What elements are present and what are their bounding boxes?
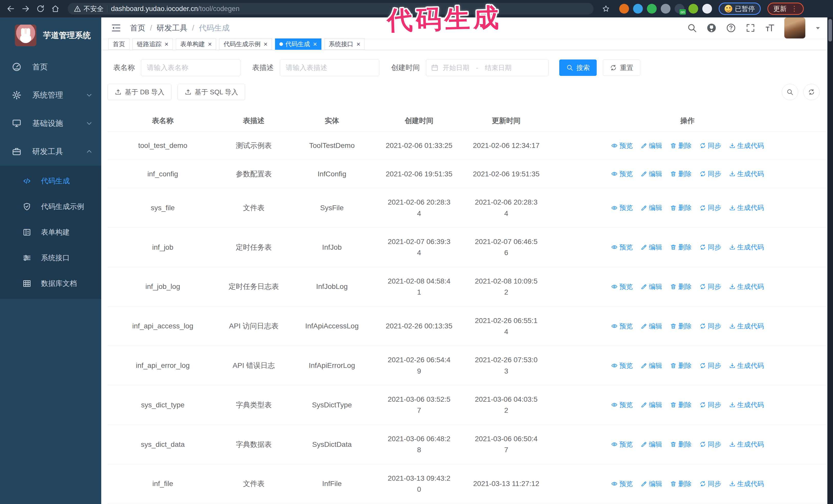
action-generate-code[interactable]: 生成代码 (729, 169, 764, 179)
sidebar-item-system-api[interactable]: 系统接口 (0, 245, 101, 271)
close-icon[interactable]: × (208, 41, 212, 47)
extension-green-check-icon[interactable] (647, 4, 657, 14)
update-menu-dots-icon[interactable]: ⋮ (791, 5, 798, 12)
breadcrumb-dev-tools[interactable]: 研发工具 (157, 23, 187, 33)
start-date-placeholder[interactable]: 开始日期 (443, 63, 469, 72)
action-edit[interactable]: 编辑 (641, 141, 662, 151)
action-sync[interactable]: 同步 (699, 400, 721, 410)
address-bar[interactable]: 不安全 dashboard.yudao.iocoder.cn/tool/code… (68, 3, 594, 15)
tab-system-api[interactable]: 系统接口× (325, 39, 365, 50)
action-generate-code[interactable]: 生成代码 (729, 479, 764, 489)
breadcrumb-home[interactable]: 首页 (130, 23, 145, 33)
action-edit[interactable]: 编辑 (641, 169, 662, 179)
action-delete[interactable]: 删除 (670, 169, 692, 179)
browser-home-button[interactable] (49, 3, 62, 15)
table-desc-input[interactable] (280, 59, 379, 76)
github-icon[interactable] (706, 23, 717, 33)
fullscreen-icon[interactable] (745, 23, 756, 33)
extension-green-person-icon[interactable] (688, 4, 698, 14)
action-preview[interactable]: 预览 (611, 321, 633, 331)
action-sync[interactable]: 同步 (699, 321, 721, 331)
close-icon[interactable]: × (263, 41, 267, 47)
close-icon[interactable]: × (313, 41, 317, 47)
tab-code-generation[interactable]: 代码生成× (275, 39, 322, 50)
close-icon[interactable]: × (357, 41, 360, 47)
action-delete[interactable]: 删除 (670, 321, 692, 331)
action-sync[interactable]: 同步 (699, 141, 721, 151)
action-generate-code[interactable]: 生成代码 (729, 360, 764, 371)
action-sync[interactable]: 同步 (699, 439, 721, 449)
action-preview[interactable]: 预览 (611, 169, 633, 179)
security-warning[interactable]: 不安全 (74, 4, 103, 13)
action-preview[interactable]: 预览 (611, 400, 633, 410)
action-preview[interactable]: 预览 (611, 479, 633, 489)
action-edit[interactable]: 编辑 (641, 282, 662, 292)
action-sync[interactable]: 同步 (699, 202, 721, 213)
bookmark-star-icon[interactable] (600, 3, 612, 15)
action-edit[interactable]: 编辑 (641, 479, 662, 489)
sidebar-item-system-management[interactable]: 系统管理 (0, 81, 101, 109)
action-edit[interactable]: 编辑 (641, 202, 662, 213)
caret-down-icon[interactable] (814, 25, 821, 31)
action-preview[interactable]: 预览 (611, 242, 633, 252)
action-edit[interactable]: 编辑 (641, 360, 662, 371)
browser-reload-button[interactable] (34, 3, 47, 15)
page-scrollbar[interactable] (827, 18, 833, 504)
action-preview[interactable]: 预览 (611, 202, 633, 213)
update-button[interactable]: 更新 ⋮ (767, 3, 804, 15)
table-name-input[interactable] (141, 59, 240, 76)
sidebar-item-codegen-example[interactable]: 代码生成示例 (0, 194, 101, 219)
action-edit[interactable]: 编辑 (641, 439, 662, 449)
search-icon[interactable] (687, 23, 697, 33)
action-generate-code[interactable]: 生成代码 (729, 321, 764, 331)
action-preview[interactable]: 预览 (611, 360, 633, 371)
sidebar-item-db-docs[interactable]: 数据库文档 (0, 271, 101, 296)
action-delete[interactable]: 删除 (670, 439, 692, 449)
refresh-table-button[interactable] (803, 84, 820, 100)
sidebar-item-infrastructure[interactable]: 基础设施 (0, 109, 101, 137)
font-size-icon[interactable] (765, 23, 775, 33)
extension-orange-ring-icon[interactable] (619, 4, 629, 14)
tab-tracing[interactable]: 链路追踪× (133, 39, 173, 50)
action-preview[interactable]: 预览 (611, 141, 633, 151)
reset-button[interactable]: 重置 (603, 59, 640, 76)
action-delete[interactable]: 删除 (670, 202, 692, 213)
action-generate-code[interactable]: 生成代码 (729, 400, 764, 410)
action-preview[interactable]: 预览 (611, 282, 633, 292)
action-sync[interactable]: 同步 (699, 169, 721, 179)
tab-form-builder[interactable]: 表单构建× (176, 39, 216, 50)
action-generate-code[interactable]: 生成代码 (729, 242, 764, 252)
end-date-placeholder[interactable]: 结束日期 (485, 63, 511, 72)
logo-row[interactable]: 芋道管理系统 (0, 18, 101, 53)
action-sync[interactable]: 同步 (699, 360, 721, 371)
action-sync[interactable]: 同步 (699, 479, 721, 489)
import-db-button[interactable]: 基于 DB 导入 (108, 84, 171, 100)
sidebar-item-home[interactable]: 首页 (0, 53, 101, 81)
action-generate-code[interactable]: 生成代码 (729, 141, 764, 151)
search-button[interactable]: 搜索 (559, 59, 597, 76)
action-generate-code[interactable]: 生成代码 (729, 282, 764, 292)
action-sync[interactable]: 同步 (699, 282, 721, 292)
action-delete[interactable]: 删除 (670, 400, 692, 410)
help-icon[interactable] (726, 23, 736, 33)
action-edit[interactable]: 编辑 (641, 242, 662, 252)
paused-badge[interactable]: 已暂停 (719, 3, 761, 15)
extension-white-puzzle-icon[interactable] (702, 4, 712, 14)
action-delete[interactable]: 删除 (670, 242, 692, 252)
action-delete[interactable]: 删除 (670, 479, 692, 489)
scrollbar-thumb[interactable] (828, 19, 832, 42)
action-delete[interactable]: 删除 (670, 141, 692, 151)
action-generate-code[interactable]: 生成代码 (729, 202, 764, 213)
action-edit[interactable]: 编辑 (641, 321, 662, 331)
action-generate-code[interactable]: 生成代码 (729, 439, 764, 449)
tab-codegen-example[interactable]: 代码生成示例× (219, 39, 272, 50)
extension-blue-gem-icon[interactable] (633, 4, 643, 14)
close-icon[interactable]: × (165, 41, 168, 47)
action-preview[interactable]: 预览 (611, 439, 633, 449)
action-edit[interactable]: 编辑 (641, 400, 662, 410)
sidebar-item-form-builder[interactable]: 表单构建 (0, 219, 101, 245)
browser-forward-button[interactable] (20, 3, 32, 15)
date-range-picker[interactable]: 开始日期 - 结束日期 (426, 59, 548, 76)
toggle-search-button[interactable] (782, 84, 798, 100)
action-sync[interactable]: 同步 (699, 242, 721, 252)
